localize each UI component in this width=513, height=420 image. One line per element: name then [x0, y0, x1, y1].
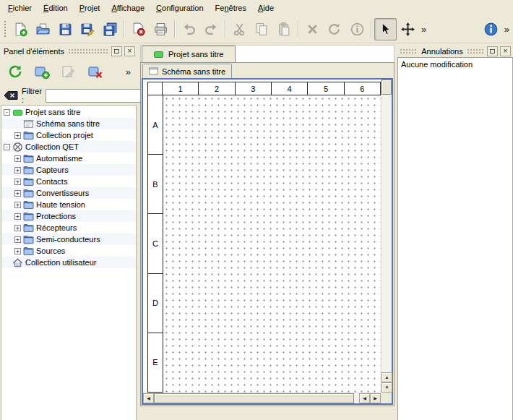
float-elements-panel-button[interactable] [111, 46, 122, 56]
expand-icon[interactable]: + [14, 167, 21, 173]
menu-affichage[interactable]: Affichage [105, 1, 150, 14]
scroll-left-button-end[interactable]: ◀ [359, 393, 370, 403]
pan-mode-button[interactable] [397, 18, 419, 40]
open-project-button[interactable] [32, 18, 54, 40]
reload-collections-button[interactable] [4, 61, 26, 82]
help-toolbar-overflow-icon[interactable]: » [502, 25, 512, 34]
scroll-left-button[interactable]: ◀ [143, 393, 154, 403]
menu-configuration[interactable]: Configuration [150, 1, 209, 14]
view-toolbar-overflow-icon[interactable]: » [419, 25, 428, 34]
expand-icon[interactable]: + [14, 248, 21, 254]
delete-button[interactable] [301, 18, 324, 40]
expand-icon[interactable]: + [14, 132, 21, 139]
clear-filter-button[interactable] [4, 89, 18, 102]
elements-panel-drag-handle[interactable] [68, 48, 109, 55]
tree-item-recepteurs[interactable]: +Récepteurs [1, 222, 136, 233]
menu-fichier[interactable]: Fichier [2, 1, 38, 14]
folder-icon [23, 223, 34, 233]
vscroll-thumb[interactable] [381, 80, 392, 95]
hscroll-buttons: ◀ ▶ [359, 393, 381, 403]
undo-button[interactable] [178, 18, 200, 40]
tree-item-collection-utilisateur[interactable]: Collection utilisateur [1, 257, 136, 268]
menu-aide[interactable]: Aide [252, 1, 280, 14]
schema-tab[interactable]: Schéma sans titre [142, 64, 232, 78]
elements-toolbar-overflow-icon[interactable]: » [124, 67, 133, 77]
cut-button[interactable] [228, 18, 251, 40]
menu-projet[interactable]: Projet [74, 1, 106, 14]
expand-icon[interactable]: + [14, 155, 21, 162]
filter-input[interactable] [46, 89, 154, 103]
collapse-icon[interactable]: - [4, 144, 10, 150]
edit-element-button[interactable] [58, 61, 79, 82]
collapse-icon[interactable]: - [4, 109, 10, 116]
main-toolbar: » » [0, 15, 513, 43]
close-undo-panel-button[interactable]: × [500, 46, 511, 56]
tree-item-label: Récepteurs [36, 223, 79, 232]
tree-item-protections[interactable]: +Protections [1, 210, 136, 222]
expand-icon[interactable]: + [14, 190, 21, 197]
tree-item-capteurs[interactable]: +Capteurs [1, 164, 136, 176]
tree-item-schema-sans-titre[interactable]: Schéma sans titre [1, 118, 136, 129]
expand-icon[interactable]: + [14, 225, 21, 231]
save-button[interactable] [54, 18, 77, 40]
vscroll-buttons: ▲ ▼ [381, 372, 392, 393]
scroll-right-button[interactable]: ▶ [370, 393, 381, 403]
float-undo-panel-button[interactable] [487, 46, 498, 56]
tree-item-semi-conducteurs[interactable]: +Semi-conducteurs [1, 233, 136, 245]
copy-button[interactable] [251, 18, 273, 40]
tree-item-collection-qet[interactable]: -Collection QET [1, 141, 136, 153]
redo-button[interactable] [200, 18, 223, 40]
menu-fenetres[interactable]: Fenêtres [210, 1, 252, 14]
save-all-button[interactable] [99, 18, 121, 40]
tree-item-convertisseurs[interactable]: +Convertisseurs [1, 187, 136, 199]
reload-icon [7, 64, 23, 80]
element-info-button[interactable] [346, 18, 368, 40]
schema-view[interactable]: 123456 ABCDE ▲ ▼ ◀ ◀ ▶ [142, 78, 393, 405]
horizontal-scrollbar[interactable]: ◀ ◀ ▶ [143, 393, 381, 403]
vertical-scrollbar[interactable]: ▲ ▼ [381, 80, 392, 393]
scroll-down-button[interactable]: ▼ [381, 382, 392, 393]
undo-list[interactable]: Aucune modification [397, 57, 513, 420]
tree-item-label: Sources [36, 247, 68, 255]
paste-button[interactable] [273, 18, 296, 40]
new-element-icon [34, 64, 50, 80]
tree-item-projet-sans-titre[interactable]: -Projet sans titre [1, 106, 136, 118]
save-as-button[interactable] [77, 18, 99, 40]
scissors-icon [232, 22, 247, 37]
tree-item-automatisme[interactable]: +Automatisme [1, 153, 136, 164]
delete-element-button[interactable] [85, 61, 106, 82]
new-element-button[interactable] [31, 61, 53, 82]
select-mode-button[interactable] [374, 18, 397, 40]
hscroll-thumb[interactable] [154, 393, 354, 403]
row-header: A [147, 95, 163, 155]
new-project-button[interactable] [9, 18, 32, 40]
expand-icon[interactable]: + [14, 202, 21, 208]
menu-edition[interactable]: Édition [38, 1, 74, 14]
toolbar-drag-handle[interactable] [3, 20, 8, 38]
tree-item-haute-tension[interactable]: +Haute tension [1, 199, 136, 210]
cursor-arrow-icon [378, 22, 393, 37]
column-header: 1 [162, 82, 199, 95]
close-project-button[interactable] [127, 18, 150, 40]
about-button[interactable] [480, 18, 502, 40]
project-tab[interactable]: Projet sans titre [142, 46, 236, 62]
print-button[interactable] [150, 18, 172, 40]
edit-element-icon [61, 64, 77, 80]
tree-item-sources[interactable]: +Sources [1, 245, 136, 257]
expand-icon[interactable]: + [14, 179, 21, 185]
expand-icon[interactable]: + [14, 213, 21, 220]
tree-item-contacts[interactable]: +Contacts [1, 176, 136, 187]
close-elements-panel-button[interactable]: × [124, 46, 135, 56]
rotate-button[interactable] [324, 18, 346, 40]
undo-empty-text: Aucune modification [401, 60, 509, 69]
expand-icon[interactable]: + [14, 236, 21, 243]
scroll-up-button[interactable]: ▲ [381, 372, 392, 382]
undo-panel-drag-handle[interactable] [467, 48, 485, 55]
schema-canvas[interactable]: 123456 ABCDE [143, 80, 381, 393]
undo-panel-drag-handle[interactable] [400, 48, 418, 55]
tree-item-label: Protections [36, 212, 79, 220]
folder-icon [23, 176, 34, 187]
row-header: D [147, 273, 163, 333]
tree-item-collection-projet[interactable]: +Collection projet [1, 129, 136, 141]
toolbar-separator [225, 20, 226, 38]
